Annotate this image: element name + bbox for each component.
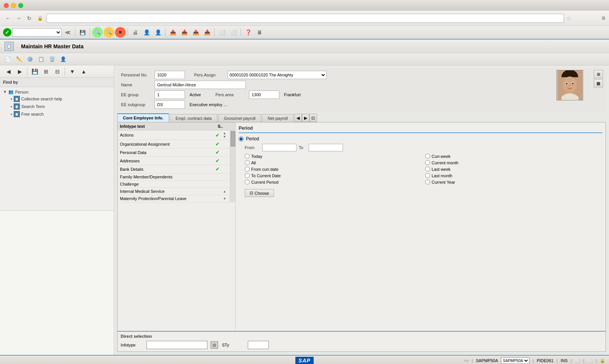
- infotype-row-org-assignment[interactable]: Organizational Assignment ✔: [118, 140, 230, 148]
- toolbar-prev-icon[interactable]: ≪: [62, 27, 73, 38]
- infotype-row-actions[interactable]: Actions ✔ ▲ ▼: [118, 130, 230, 140]
- toolbar-search2-icon[interactable]: 🔍: [104, 27, 114, 38]
- scroll-down-btn[interactable]: ▼: [223, 135, 228, 138]
- infotype-scrollbar[interactable]: [230, 130, 235, 202]
- url-bar[interactable]: [46, 14, 564, 23]
- toolbar-upload2-icon[interactable]: 📤: [190, 27, 201, 38]
- nav-filter-icon[interactable]: ▼: [67, 66, 78, 77]
- scrollbar-thumb[interactable]: [231, 131, 235, 146]
- refresh-button[interactable]: ↻: [25, 14, 33, 22]
- tab-gross-net-payroll[interactable]: Gross/net payroll: [218, 114, 261, 122]
- current-period-radio[interactable]: [245, 180, 250, 184]
- name-label: Name: [121, 83, 151, 87]
- pers-assn-dropdown[interactable]: 00001020 00001020 The Almighty: [228, 71, 327, 79]
- personnel-no-field[interactable]: [155, 71, 185, 79]
- infotype-row-bank-details[interactable]: Bank Details ✔: [118, 165, 230, 173]
- all-radio[interactable]: [245, 160, 250, 165]
- period-radio-row: Period: [239, 136, 603, 141]
- tab-prev-btn[interactable]: ◀: [294, 114, 302, 122]
- toolbar-user2-icon[interactable]: 👤: [153, 27, 163, 38]
- name-field[interactable]: [155, 81, 246, 89]
- sap-start-button[interactable]: ✓: [3, 28, 11, 37]
- tab-empl-contract-data[interactable]: Empl. contract data: [170, 114, 217, 122]
- menu-icon[interactable]: ≡: [602, 15, 605, 22]
- current-month-radio[interactable]: [425, 160, 430, 165]
- ee-group-code-field[interactable]: [155, 91, 185, 99]
- scroll-up-btn[interactable]: ▲: [223, 132, 228, 135]
- infotype-row-challenge[interactable]: Challenge: [118, 181, 230, 188]
- toolbar-dropdown[interactable]: [12, 28, 62, 37]
- user-icon[interactable]: 👤: [58, 54, 68, 64]
- last-month-radio[interactable]: [425, 173, 430, 178]
- infotype-personal-check: ✔: [215, 149, 223, 155]
- delimit-icon[interactable]: 📋: [36, 54, 46, 64]
- tree-person-item[interactable]: ▼ 👥 Person: [2, 89, 112, 95]
- infotype-row-maternity[interactable]: Maternity Protection/Parental Leave ▼: [118, 195, 230, 202]
- maximize-button[interactable]: [18, 3, 23, 8]
- toolbar-download1-icon[interactable]: 📥: [179, 27, 190, 38]
- status-transaction: PIDE061: [537, 358, 553, 363]
- toolbar-print-icon[interactable]: 🖨: [130, 27, 140, 38]
- tab-core-employee-info[interactable]: Core Employee Info.: [117, 113, 169, 122]
- minimize-button[interactable]: [11, 3, 16, 8]
- program-dropdown[interactable]: SAPMP50A: [501, 357, 529, 364]
- from-curr-date-radio[interactable]: [245, 167, 250, 172]
- back-button[interactable]: ←: [4, 14, 12, 22]
- pers-area-code-field[interactable]: [249, 91, 279, 99]
- tree-collective-search-item[interactable]: • 📋 Collective search help: [2, 95, 112, 103]
- copy-icon[interactable]: ⚙️: [25, 54, 35, 64]
- current-year-radio[interactable]: [425, 180, 430, 184]
- toolbar-upload-icon[interactable]: 📤: [167, 27, 178, 38]
- photo-btn2[interactable]: ▦: [594, 79, 603, 87]
- toolbar-cancel-icon[interactable]: ✖: [115, 27, 126, 38]
- infotype-direct-field[interactable]: [147, 341, 207, 349]
- infotype-row-addresses[interactable]: Addresses ✔: [118, 157, 230, 165]
- toolbar-grid1-icon[interactable]: ⬜: [217, 27, 227, 38]
- toolbar-monitor-icon[interactable]: 🖥: [254, 27, 265, 38]
- tree-free-search-item[interactable]: • 📋 Free search: [2, 110, 112, 118]
- toolbar-search1-icon[interactable]: 🔍: [92, 27, 103, 38]
- toolbar-download2-icon[interactable]: 📥: [202, 27, 212, 38]
- to-field[interactable]: [309, 144, 343, 151]
- last-week-radio[interactable]: [425, 167, 430, 172]
- nav-sort-icon[interactable]: ▲: [78, 66, 89, 77]
- status-icon1: ⬜: [575, 358, 580, 363]
- forward-button[interactable]: →: [14, 14, 23, 22]
- infotype-row-family-member[interactable]: Family Member/Dependents: [118, 173, 230, 181]
- tab-net-payroll[interactable]: Net payroll: [262, 114, 293, 122]
- to-current-date-radio[interactable]: [245, 173, 250, 178]
- form-body: Infotype text S.. Actions ✔ ▲ ▼: [118, 122, 606, 331]
- nav-save-icon[interactable]: 💾: [29, 66, 40, 77]
- tab-expand-btn[interactable]: ⊡: [309, 114, 317, 122]
- infotype-row-internal-medical[interactable]: Internal Medical Service ▲: [118, 188, 230, 195]
- currweek-label: Curr.week: [432, 154, 451, 159]
- scroll-up-btn2[interactable]: ▲: [223, 190, 228, 193]
- new-icon[interactable]: 📄: [3, 54, 13, 64]
- currweek-radio[interactable]: [425, 154, 430, 159]
- scroll-down-btn2[interactable]: ▼: [223, 197, 228, 200]
- lock-icon[interactable]: 🔒: [36, 14, 44, 22]
- toolbar-user1-icon[interactable]: 👤: [141, 27, 152, 38]
- tab-next-btn[interactable]: ▶: [302, 114, 309, 122]
- ee-subgroup-code-field[interactable]: [155, 100, 185, 109]
- nav-collapse-icon[interactable]: ⊟: [52, 66, 63, 77]
- choose-button[interactable]: ⊡ Choose: [245, 189, 274, 197]
- toolbar-grid2-icon[interactable]: ⬜: [228, 27, 239, 38]
- nav-expand-icon[interactable]: ⊞: [41, 66, 51, 77]
- today-radio[interactable]: [245, 154, 250, 159]
- bookmark-icon[interactable]: ☆: [566, 15, 571, 21]
- toolbar-save-icon[interactable]: 💾: [77, 27, 88, 38]
- sty-field[interactable]: [248, 341, 269, 349]
- infotype-lookup-btn[interactable]: ⊡: [210, 341, 218, 349]
- nav-back-icon[interactable]: ◀: [3, 66, 14, 77]
- from-field[interactable]: [262, 144, 297, 151]
- period-radio[interactable]: [239, 137, 244, 141]
- edit-icon[interactable]: ✏️: [14, 54, 24, 64]
- nav-forward-icon[interactable]: ▶: [14, 66, 25, 77]
- photo-btn1[interactable]: ⊞: [594, 70, 603, 78]
- delete-icon[interactable]: 🗑️: [47, 54, 57, 64]
- infotype-row-personal-data[interactable]: Personal Data ✔: [118, 148, 230, 157]
- tree-search-term-item[interactable]: • 📋 Search Term: [2, 103, 112, 110]
- toolbar-help-icon[interactable]: ❓: [243, 27, 253, 38]
- close-button[interactable]: [4, 3, 9, 8]
